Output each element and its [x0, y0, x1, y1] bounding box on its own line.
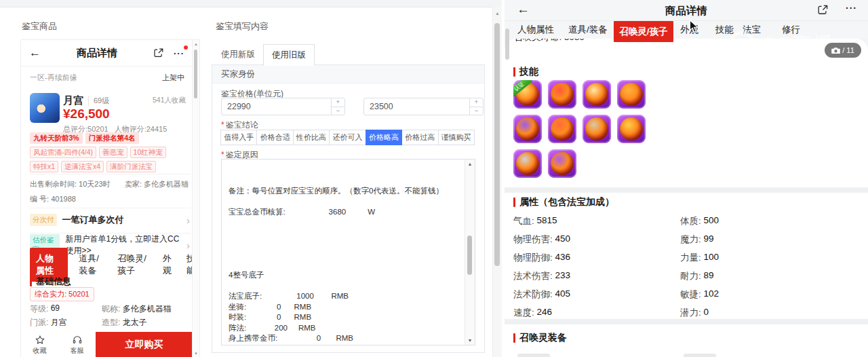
server-name: 一区-再续前缘 [30, 73, 77, 83]
form-section-title: 鉴宝填写内容 [216, 20, 269, 33]
skill-icon[interactable] [548, 149, 576, 178]
tag-list: 九转天阶前3%门派排名第4名风起雷涌-四件(4/4)善恶宠10红神宠特技x1逆满… [30, 132, 189, 172]
skill-icon[interactable]: 认证 [513, 80, 542, 109]
back-arrow-icon[interactable]: ← [29, 46, 41, 60]
headset-icon [72, 335, 83, 345]
purchase-bar: 收藏 客服 立即购买 [21, 332, 193, 357]
service-label: 客服 [71, 346, 84, 356]
reason-text[interactable]: 备注：每号位置对应宝宝的顺序。（数字0代表送。不能算钱） 宝宝总金币核算: 36… [222, 159, 464, 345]
scroll-up-icon[interactable]: ▲ [493, 11, 502, 16]
number-spinner: + − [469, 98, 483, 115]
price: ¥26,500 [63, 107, 110, 121]
price-high-input[interactable] [364, 98, 475, 115]
price-high-input-wrap: + − [363, 98, 484, 115]
share-icon[interactable] [817, 4, 829, 16]
detail-tab[interactable]: 召唤灵/孩子 [117, 248, 152, 282]
skill-icon[interactable] [548, 80, 576, 109]
attr-label: 速度: [513, 307, 537, 319]
attr-value: 500 [704, 215, 719, 227]
installment-row[interactable]: 分次付 一笔订单多次付 › [30, 211, 190, 229]
character-level: 69级 [88, 96, 109, 106]
left-region-scrollbar[interactable]: ▲ [492, 7, 502, 357]
card-scrollbar[interactable]: ▲ ▼ [192, 40, 199, 357]
price-low-input[interactable] [222, 98, 336, 115]
skill-icon[interactable] [583, 80, 611, 109]
sale-info-row: 出售剩余时间: 10天23时 卖家: 多伦多机器猫 [30, 179, 189, 189]
detail-tab[interactable]: 人物属性 [517, 24, 554, 36]
attr-value: 100 [704, 252, 719, 264]
increment-icon[interactable]: + [470, 98, 483, 107]
section-bar [513, 67, 515, 77]
attr-value: 436 [555, 252, 571, 264]
panel-scrollbar-thumb[interactable] [505, 29, 509, 60]
favorite-button[interactable]: 收藏 [21, 332, 58, 357]
info-value: 69 [51, 303, 60, 315]
serial-number: 编 号: 401988 [30, 194, 76, 204]
detail-tab[interactable]: 外观 [163, 248, 176, 282]
skill-icon[interactable] [513, 149, 542, 178]
attribute-row: 法术伤害: 233 耐力: 89 [513, 267, 861, 285]
installment-badge: 分次付 [30, 214, 57, 226]
equip-section-title: 召唤灵装备 [513, 332, 567, 344]
detail-tab[interactable]: 道具/装备 [79, 248, 106, 282]
attr-label: 体质: [680, 215, 704, 227]
certified-ribbon: 认证 [513, 80, 532, 98]
info-value: 龙太子 [123, 317, 147, 328]
sale-time-left: 出售剩余时间: 10天23时 [30, 179, 111, 189]
buy-now-button[interactable]: 立即购买 [96, 332, 193, 357]
decrement-icon[interactable]: − [470, 107, 483, 115]
conclusion-option[interactable]: 还价可入 [329, 130, 366, 145]
skill-icon[interactable] [617, 115, 646, 143]
tag: 逆满法宝x4 [61, 161, 104, 172]
detail-tab[interactable]: 法宝 [743, 24, 761, 36]
more-icon[interactable]: ··· [174, 48, 184, 58]
conclusion-option[interactable]: 价格过高 [401, 130, 438, 145]
conclusion-option[interactable]: 性价比高 [293, 130, 330, 145]
photo-count-badge[interactable]: / 11 [825, 43, 861, 58]
more-icon[interactable]: ··· [846, 3, 857, 14]
conclusion-option[interactable]: 值得入手 [220, 130, 257, 145]
share-icon[interactable] [153, 48, 164, 58]
scrollbar-thumb[interactable] [494, 23, 500, 266]
detail-tab[interactable]: 技能 [715, 24, 734, 36]
form-tab[interactable]: 使用旧版 [263, 44, 315, 66]
character-name: 月宫 [63, 94, 83, 107]
conclusion-option[interactable]: 价格合适 [256, 130, 293, 145]
conclusion-option[interactable]: 谨慎购买 [438, 130, 475, 145]
character-avatar[interactable] [30, 93, 60, 123]
skill-icon[interactable] [513, 115, 542, 143]
detail-title: 商品详情 [505, 4, 868, 18]
equip-slot [517, 354, 550, 357]
increment-icon[interactable]: + [332, 98, 344, 107]
attribute-row: 物理伤害: 450 魔力: 99 [513, 230, 861, 248]
textarea-scrollbar[interactable]: ▲ ▼ [465, 159, 475, 345]
basic-info-title: 基础信息 [30, 276, 71, 288]
form-tab[interactable]: 使用新版 [213, 44, 263, 64]
skill-icon[interactable] [583, 115, 611, 143]
attr-value: 246 [537, 307, 553, 319]
attr-label: 法术伤害: [513, 270, 555, 282]
attr-label: 潜力: [680, 307, 704, 319]
scroll-down-icon[interactable]: ▼ [193, 352, 199, 356]
detail-tab[interactable]: 道具/装备 [568, 24, 608, 36]
conclusion-option[interactable]: 价格略高 [366, 130, 402, 145]
tag: 善恶宠 [99, 147, 127, 158]
attr-value: 89 [704, 270, 714, 282]
skill-icon[interactable] [617, 80, 646, 109]
skill-grid: 认证 [513, 80, 663, 178]
skill-icon[interactable] [548, 115, 576, 143]
character-name-row: 月宫 69级 [63, 94, 109, 107]
scrollbar-thumb[interactable] [194, 50, 197, 98]
scroll-down-icon[interactable]: ▼ [465, 338, 475, 343]
section-divider [505, 319, 868, 324]
scrollbar-thumb[interactable] [467, 236, 472, 275]
scroll-up-icon[interactable]: ▲ [465, 162, 475, 166]
reason-textarea[interactable]: 备注：每号位置对应宝宝的顺序。（数字0代表送。不能算钱） 宝宝总金币核算: 36… [221, 159, 475, 345]
attr-label: 物理伤害: [513, 233, 555, 246]
service-button[interactable]: 客服 [58, 332, 96, 357]
scroll-up-icon[interactable]: ▲ [193, 42, 199, 46]
detail-tab[interactable]: 修行 [782, 24, 800, 36]
decrement-icon[interactable]: − [332, 107, 344, 115]
detail-tab[interactable]: 召唤灵/孩子 [614, 21, 673, 42]
info-value: 多伦多机器猫 [123, 303, 172, 315]
